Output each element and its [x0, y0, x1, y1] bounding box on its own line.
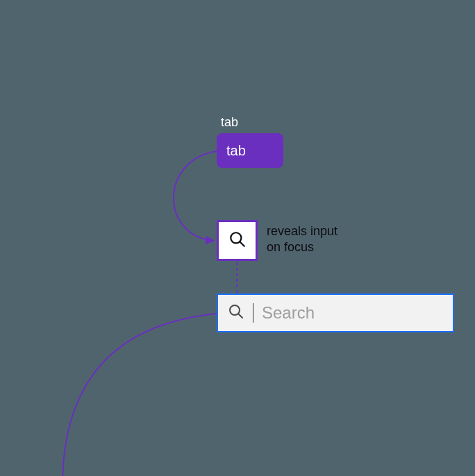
svg-line-4: [238, 314, 242, 318]
diagram-canvas: tab tab reveals input on focus Search: [0, 0, 475, 476]
focus-annotation-line1: reveals input: [267, 223, 338, 239]
focus-annotation: reveals input on focus: [267, 223, 338, 256]
tab-chip-text: tab: [226, 143, 246, 159]
svg-line-2: [240, 241, 244, 246]
search-icon: [228, 303, 244, 323]
search-icon: [228, 230, 247, 251]
search-reveal-button[interactable]: [217, 220, 258, 261]
tab-key-chip: tab: [217, 133, 283, 168]
tab-label: tab: [221, 115, 238, 130]
search-input[interactable]: Search: [217, 294, 454, 332]
focus-annotation-line2: on focus: [267, 239, 338, 255]
search-placeholder: Search: [262, 303, 315, 323]
text-cursor: [253, 303, 253, 323]
